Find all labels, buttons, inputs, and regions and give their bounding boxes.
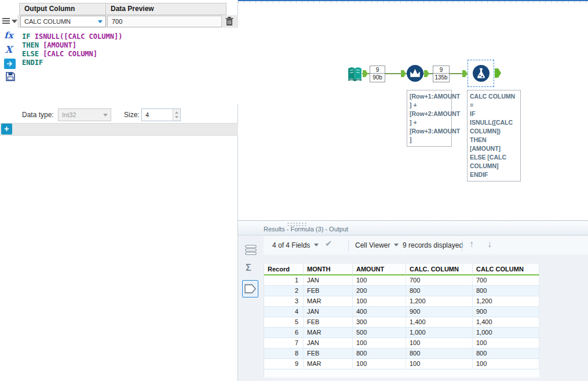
formula-editor[interactable]: IF ISNULL([CALC COLUMN]) THEN [AMOUNT] E… <box>17 28 238 104</box>
workflow-canvas[interactable]: 9 90b 9 135b [Row+1:AMOUN <box>238 0 588 220</box>
output-column-dropdown[interactable]: CALC COLUMN <box>20 16 106 27</box>
data-cell[interactable]: 100 <box>473 359 539 369</box>
data-preview-value: 700 <box>107 16 222 27</box>
collapse-chevron-icon[interactable] <box>12 20 17 23</box>
functions-icon[interactable]: fx <box>1 30 16 41</box>
data-cell[interactable]: 800 <box>473 349 539 359</box>
data-cell[interactable]: 500 <box>353 328 406 338</box>
toolbar-separator <box>348 240 349 251</box>
results-view-strip: Σ <box>238 236 264 381</box>
size-input[interactable]: 4 <box>141 108 181 121</box>
record-number-cell[interactable]: 7 <box>264 338 304 349</box>
record-number-cell[interactable]: 6 <box>264 328 304 338</box>
table-layout-icon[interactable] <box>245 245 257 257</box>
data-cell[interactable]: 200 <box>353 286 406 296</box>
data-cell[interactable]: 100 <box>406 359 473 369</box>
data-cell[interactable]: 100 <box>473 338 539 349</box>
data-cell[interactable]: MAR <box>304 359 353 369</box>
save-expression-icon[interactable] <box>3 71 18 84</box>
column-header-month[interactable]: MONTH <box>304 264 353 275</box>
add-expression-button[interactable]: + <box>1 124 12 135</box>
data-cell[interactable]: 900 <box>473 307 539 317</box>
data-cell[interactable]: 100 <box>406 338 473 349</box>
data-cell[interactable]: 400 <box>353 307 406 317</box>
record-number-cell[interactable]: 8 <box>264 349 304 359</box>
data-cell[interactable]: FEB <box>304 349 353 359</box>
size-spinner[interactable] <box>173 109 180 121</box>
data-cell[interactable]: MAR <box>304 296 353 307</box>
connection-progress-badge: 9 135b <box>433 66 450 82</box>
record-count: 9 <box>433 66 449 74</box>
data-cell[interactable]: JAN <box>304 338 353 349</box>
table-row: 5 FEB 300 1,400 1,400 <box>264 317 539 328</box>
output-anchor-icon <box>363 70 368 77</box>
table-row: 2 FEB 200 800 800 <box>264 286 539 296</box>
data-cell[interactable]: 800 <box>473 286 539 296</box>
annotation-line: [Row+1:AMOUNT <box>410 92 449 101</box>
record-number-cell[interactable]: 4 <box>264 307 304 317</box>
fields-dropdown[interactable]: 4 of 4 Fields <box>272 241 319 249</box>
formula-annotation[interactable]: CALC COLUMN = IF ISNULL([CALC COLUMN]) T… <box>467 90 521 182</box>
multi-row-annotation[interactable]: [Row+1:AMOUNT ] + [Row+2:AMOUNT ] + [Row… <box>407 90 452 147</box>
data-cell[interactable]: 1,000 <box>406 328 473 338</box>
saved-expressions-icon[interactable] <box>2 59 17 71</box>
data-type-value: Int32 <box>62 111 76 118</box>
column-header-record[interactable]: Record <box>264 264 304 275</box>
data-cell[interactable]: 1,200 <box>473 296 539 307</box>
data-cell[interactable]: 100 <box>353 338 406 349</box>
metadata-icon[interactable]: Σ <box>246 263 251 273</box>
record-number-cell[interactable]: 3 <box>264 296 304 307</box>
record-count: 9 <box>370 66 385 74</box>
data-view-toggle[interactable] <box>242 280 258 297</box>
record-number-cell[interactable]: 1 <box>264 275 304 286</box>
input-data-tool[interactable] <box>346 65 364 85</box>
apply-check-icon[interactable]: ✔ <box>325 238 333 249</box>
results-panel: Results - Formula (3) - Output Σ 4 of 4 … <box>238 220 588 381</box>
data-cell[interactable]: 1,400 <box>406 317 473 328</box>
records-count-label: 9 records displayed <box>403 241 463 249</box>
variables-icon[interactable]: X <box>1 44 16 55</box>
data-preview-header-label: Data Preview <box>105 3 227 15</box>
record-number-cell[interactable]: 2 <box>264 286 304 296</box>
data-cell[interactable]: 300 <box>353 317 406 328</box>
data-cell[interactable]: 800 <box>353 349 406 359</box>
scroll-up-button[interactable]: ↑ <box>469 239 474 249</box>
data-cell[interactable]: JAN <box>304 275 353 286</box>
column-header-calc-column[interactable]: CALC COLUMN <box>473 264 539 275</box>
data-cell[interactable]: FEB <box>304 317 353 328</box>
data-type-dropdown[interactable]: Int32 <box>58 108 111 121</box>
results-panel-header[interactable]: Results - Formula (3) - Output <box>238 220 588 235</box>
multi-row-formula-tool[interactable] <box>406 64 424 85</box>
data-cell[interactable]: 900 <box>406 307 473 317</box>
record-number-cell[interactable]: 5 <box>264 317 304 328</box>
data-cell[interactable]: MAR <box>304 328 353 338</box>
column-header-amount[interactable]: AMOUNT <box>353 264 406 275</box>
annotation-line: ] + <box>410 101 449 110</box>
data-cell[interactable]: 700 <box>473 275 539 286</box>
record-number-cell[interactable]: 9 <box>264 359 304 369</box>
delete-expression-button[interactable] <box>225 16 234 27</box>
data-cell[interactable]: 100 <box>353 359 406 369</box>
data-cell[interactable]: JAN <box>304 307 353 317</box>
data-cell[interactable]: 1,000 <box>473 328 539 338</box>
expression-grip-icon[interactable] <box>2 18 10 24</box>
data-cell[interactable]: FEB <box>304 286 353 296</box>
annotation-line: ] + <box>410 118 449 127</box>
data-cell[interactable]: 800 <box>406 286 473 296</box>
table-row: 3 MAR 100 1,200 1,200 <box>264 296 539 307</box>
formula-tool[interactable] <box>472 64 490 85</box>
data-cell[interactable]: 100 <box>353 296 406 307</box>
data-cell[interactable]: 700 <box>406 275 473 286</box>
data-cell[interactable]: 100 <box>353 275 406 286</box>
annotation-line: IF ISNULL([CALC <box>470 110 518 127</box>
formula-line: THEN [AMOUNT] <box>22 41 238 50</box>
column-header-calc-dot-column[interactable]: CALC. COLUMN <box>406 264 473 275</box>
data-cell[interactable]: 800 <box>406 349 473 359</box>
spinner-down-icon <box>175 116 178 118</box>
scroll-down-button[interactable]: ↓ <box>487 239 492 249</box>
data-cell[interactable]: 1,400 <box>473 317 539 328</box>
cell-viewer-dropdown[interactable]: Cell Viewer <box>355 241 399 249</box>
data-cell[interactable]: 1,200 <box>406 296 473 307</box>
table-row: 6 MAR 500 1,000 1,000 <box>264 328 539 338</box>
annotation-line: ELSE [CALC <box>470 153 518 162</box>
